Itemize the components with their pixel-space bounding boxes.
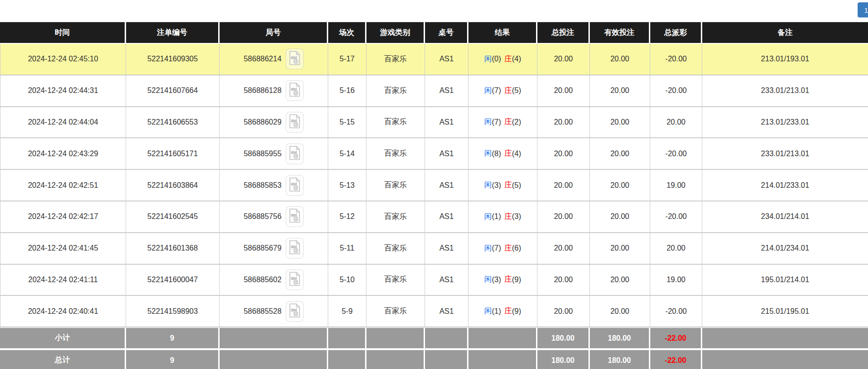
subtotal-label: 小计 [0,328,126,348]
cell-total-bet: 20.00 [537,201,590,233]
column-header-result: 结果 [468,22,537,44]
cell-bet-no: 522141600047 [126,265,220,296]
video-replay-button[interactable] [286,175,304,196]
result-banker-label: 庄 [504,306,512,316]
cell-game-type: 百家乐 [366,107,425,139]
cell-time: 2024-12-24 02:44:04 [0,107,126,139]
result-banker-score: (5) [512,181,521,190]
table-row: 2024-12-24 02:42:51522141603864586885853… [0,170,868,201]
video-replay-button[interactable] [286,301,304,322]
grand-total-empty-session [328,350,366,369]
cell-bet-no: 522141601368 [126,233,220,265]
cell-result: 闲(8)庄(4) [468,138,537,170]
column-header-round-no: 局号 [220,22,328,44]
grand-total-empty-round-no [220,350,328,369]
cell-round-no: 586885679 [220,233,328,265]
cell-session: 5-14 [328,138,366,170]
subtotal-total-bet: 180.00 [537,328,590,348]
table-row: 2024-12-24 02:43:29522141605171586885955… [0,138,868,170]
result-player-label: 闲 [484,243,492,253]
video-replay-icon [289,146,301,162]
column-header-bet-no: 注单编号 [126,22,220,44]
cell-round-no: 586885528 [220,296,328,327]
table-row: 2024-12-24 02:41:45522141601368586885679… [0,233,868,265]
column-header-remark: 备注 [702,22,868,44]
cell-round-no: 586885955 [220,138,328,170]
round-no-value: 586886029 [244,118,281,126]
result-banker-score: (4) [512,150,521,158]
subtotal-payout: -22.00 [650,328,702,348]
table-body: 2024-12-24 02:45:10522141609305586886214… [0,44,868,327]
cell-game-type: 百家乐 [366,296,425,327]
cell-payout: 19.00 [650,265,702,296]
result-player-score: (0) [492,55,501,63]
pagination-page-button[interactable]: 1 [858,2,868,17]
video-replay-icon [289,272,301,288]
subtotal-empty-round-no [220,328,328,348]
table-row: 2024-12-24 02:44:31522141607664586886128… [0,75,868,107]
result-banker-score: (4) [512,55,521,63]
bet-records-table: 时间注单编号局号场次游戏类别桌号结果总投注有效投注总派彩备注 2024-12-2… [0,22,868,369]
cell-game-type: 百家乐 [366,75,425,107]
cell-payout: -20.00 [650,44,702,75]
cell-bet-no: 522141602545 [126,201,220,233]
video-replay-button[interactable] [286,238,304,259]
video-replay-button[interactable] [286,143,304,164]
table-row: 2024-12-24 02:42:17522141602545586885756… [0,201,868,233]
cell-round-no: 586885602 [220,265,328,296]
result-banker-label: 庄 [504,86,512,96]
cell-payout: -20.00 [650,296,702,327]
result-player-label: 闲 [484,275,492,285]
cell-total-bet: 20.00 [537,44,590,75]
cell-total-bet: 20.00 [537,107,590,139]
grand-total-empty-remark [702,350,868,369]
round-no-value: 586885756 [244,212,281,221]
cell-valid-bet: 20.00 [590,233,650,265]
cell-total-bet: 20.00 [537,296,590,327]
cell-table-no: AS1 [425,170,468,201]
result-player-label: 闲 [484,306,492,316]
cell-remark: 215.01/195.01 [702,296,868,327]
cell-game-type: 百家乐 [366,138,425,170]
table-row: 2024-12-24 02:44:04522141606553586886029… [0,107,868,139]
cell-valid-bet: 20.00 [590,44,650,75]
cell-total-bet: 20.00 [537,75,590,107]
cell-remark: 213.01/233.01 [702,107,868,139]
column-header-table-no: 桌号 [425,22,468,44]
cell-table-no: AS1 [425,296,468,327]
result-player-label: 闲 [484,212,492,222]
grand-total-empty-result [468,350,537,369]
subtotal-empty-result [468,328,537,348]
video-replay-button[interactable] [286,206,304,227]
result-banker-label: 庄 [504,212,512,222]
video-replay-button[interactable] [286,49,304,69]
result-player-score: (7) [492,118,501,126]
cell-valid-bet: 20.00 [590,201,650,233]
result-player-label: 闲 [484,149,492,159]
cell-time: 2024-12-24 02:42:17 [0,201,126,233]
cell-session: 5-12 [328,201,366,233]
video-replay-icon [289,240,301,256]
cell-result: 闲(0)庄(4) [468,44,537,75]
cell-total-bet: 20.00 [537,265,590,296]
result-banker-label: 庄 [504,180,512,190]
cell-time: 2024-12-24 02:41:45 [0,233,126,265]
cell-payout: -20.00 [650,138,702,170]
cell-result: 闲(7)庄(2) [468,107,537,139]
cell-bet-no: 522141609305 [126,44,220,75]
result-player-label: 闲 [484,54,492,64]
video-replay-icon [289,209,301,225]
cell-round-no: 586886128 [220,75,328,107]
result-player-score: (3) [492,276,501,284]
subtotal-empty-session [328,328,366,348]
result-banker-label: 庄 [504,117,512,127]
video-replay-button[interactable] [286,80,304,101]
video-replay-button[interactable] [286,269,304,290]
cell-time: 2024-12-24 02:44:31 [0,75,126,107]
round-no-value: 586885602 [244,276,281,284]
column-header-payout: 总派彩 [650,22,702,44]
cell-time: 2024-12-24 02:43:29 [0,138,126,170]
video-replay-button[interactable] [286,112,304,133]
cell-valid-bet: 20.00 [590,138,650,170]
cell-remark: 214.01/234.01 [702,233,868,265]
